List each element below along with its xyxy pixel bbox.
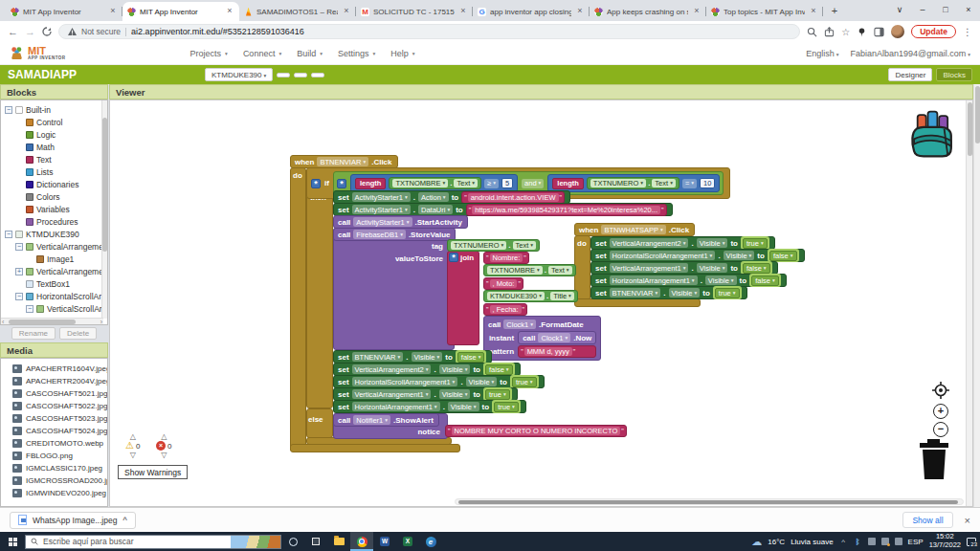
block-set-property[interactable]: set BTNENVIAR . Visible to true — [590, 286, 747, 299]
viewer-horizontal-scrollbar[interactable] — [455, 498, 964, 505]
component-dropdown[interactable]: HorizontalArrangement1 — [352, 402, 440, 411]
show-all-downloads-button[interactable]: Show all — [902, 512, 952, 528]
component-dropdown[interactable]: BTNENVIAR — [610, 288, 661, 298]
show-warnings-button[interactable]: Show Warnings — [118, 465, 188, 479]
component-dropdown[interactable]: HorizontalScrollArrangement1 — [610, 251, 716, 260]
length-block[interactable]: length — [355, 178, 387, 189]
logic-value-block[interactable]: false — [751, 276, 779, 286]
component-dropdown[interactable]: ActivityStarter1 — [352, 192, 411, 202]
excel-taskbar-icon[interactable]: X — [396, 532, 419, 551]
tree-item[interactable]: Text — [1, 153, 107, 165]
block-call-clock-now[interactable]: call Clock1 .Now — [518, 331, 596, 344]
property-dropdown[interactable]: Visible — [466, 377, 498, 386]
network-tray-icon[interactable] — [895, 538, 902, 545]
tree-item[interactable]: Logic — [1, 128, 107, 141]
tree-toggle-icon[interactable]: − — [5, 106, 12, 114]
block-getter-txtnombre-text[interactable]: TXTNOMBRE . Text — [389, 177, 481, 189]
component-dropdown[interactable]: HorizontalScrollArrangement1 — [352, 377, 458, 386]
trash-can-icon[interactable] — [914, 439, 954, 481]
logic-value-block[interactable]: false — [743, 263, 770, 274]
tree-item[interactable]: − Built-in — [1, 103, 107, 116]
component-dropdown[interactable]: ActivityStarter1 — [353, 217, 412, 227]
chrome-menu-icon[interactable]: ⋮ — [963, 27, 972, 37]
edge-taskbar-icon[interactable]: e — [419, 532, 442, 551]
property-dropdown[interactable]: Visible — [412, 352, 443, 362]
logic-value-block[interactable]: true — [494, 402, 519, 412]
component-dropdown[interactable]: TXTNOMBRE — [392, 179, 448, 187]
length-block[interactable]: length — [552, 178, 584, 189]
browser-tab[interactable]: M SOLICITUD TC - 1751573831 AL — [356, 2, 473, 21]
header-menu[interactable]: Connect — [243, 49, 281, 58]
block-call-startactivity[interactable]: call ActivityStarter1 .StartActivity — [333, 215, 468, 229]
browser-tab[interactable]: Top topics - MIT App Inventor C — [706, 2, 823, 21]
tab-close-icon[interactable] — [225, 7, 234, 16]
errors-counter[interactable]: △ ×0 ▽ — [156, 433, 171, 458]
block-set-property[interactable]: set HorizontalScrollArrangement1 . Visib… — [333, 375, 545, 388]
property-dropdown[interactable]: Action — [418, 192, 449, 202]
palette-vertical-scrollbar[interactable] — [101, 100, 107, 319]
account-menu[interactable]: FabianAlban1994@gmail.com — [851, 49, 970, 58]
block-text-string[interactable]: android.intent.action.VIEW — [461, 191, 565, 204]
action-center-icon[interactable]: 23 — [967, 538, 976, 546]
media-file[interactable]: CREDITOMOTO.webp — [1, 437, 107, 450]
browser-tab[interactable]: MIT App Inventor — [6, 2, 122, 21]
block-call-showalert[interactable]: call Notifier1 .ShowAlert — [333, 413, 439, 427]
profile-avatar[interactable] — [891, 25, 904, 38]
refresh-icon[interactable] — [42, 27, 52, 36]
media-file[interactable]: APACHERTR1604V.jpeg — [1, 363, 107, 375]
media-file[interactable]: FBLOGO.png — [1, 450, 107, 462]
logic-value-block[interactable]: false — [485, 364, 513, 375]
header-menu[interactable]: Help — [390, 49, 414, 58]
block-set-property[interactable]: set HorizontalArrangement1 . Visible to … — [590, 274, 787, 287]
block-join-header[interactable]: * join — [449, 253, 474, 262]
block-math-compare[interactable]: length TXTNUMERO . Text = 10 — [547, 174, 720, 192]
news-weather-thumbnail[interactable] — [231, 536, 280, 548]
task-view-icon[interactable] — [304, 532, 327, 551]
component-dropdown[interactable]: VerticalArrangement2 — [610, 238, 689, 248]
collapse-down-icon[interactable]: ▽ — [130, 452, 136, 458]
block-set-datauri[interactable]: set ActivityStarter1 . DataUri to https:… — [333, 203, 673, 216]
center-blocks-icon[interactable] — [932, 382, 949, 399]
tab-close-icon[interactable] — [342, 7, 351, 16]
tree-item[interactable]: Math — [1, 141, 107, 153]
collapse-up-icon[interactable]: △ — [161, 433, 167, 440]
rename-button[interactable]: Rename — [11, 327, 56, 340]
component-dropdown[interactable]: Clock1 — [503, 320, 536, 329]
logic-value-block[interactable]: true — [512, 377, 537, 387]
block-set-action[interactable]: set ActivityStarter1 . Action to android… — [333, 190, 570, 204]
delete-button[interactable]: Delete — [59, 327, 97, 340]
bookmark-star-icon[interactable]: ☆ — [841, 27, 850, 37]
teams-tray-icon[interactable] — [868, 538, 876, 545]
media-file[interactable]: CASCOSHAFT5024.jpg — [1, 425, 107, 437]
download-menu-chevron-icon[interactable]: ^ — [122, 516, 127, 524]
component-dropdown[interactable]: BTNENVIAR — [352, 352, 404, 362]
file-explorer-icon[interactable] — [327, 532, 350, 551]
tree-toggle-icon[interactable]: + — [15, 268, 23, 276]
backpack-icon[interactable] — [906, 108, 958, 160]
block-number[interactable]: 10 — [700, 178, 715, 188]
toolbar-button[interactable] — [311, 73, 324, 77]
block-set-property[interactable]: set VerticalArrangement1 . Visible to tr… — [333, 387, 518, 401]
block-set-property[interactable]: set BTNENVIAR . Visible to false — [333, 350, 492, 364]
word-taskbar-icon[interactable]: W — [373, 532, 396, 551]
component-dropdown[interactable]: ActivityStarter1 — [352, 205, 411, 214]
tree-item[interactable]: − VerticalArrangement1 — [1, 240, 107, 253]
tree-item[interactable]: Image1 — [1, 253, 107, 265]
browser-tab[interactable]: SAMADIMOTOS1 – Realtime Da — [239, 2, 356, 21]
property-dropdown[interactable]: Visible — [439, 364, 471, 374]
start-button[interactable] — [0, 532, 25, 551]
forward-icon[interactable]: → — [25, 27, 35, 37]
media-file[interactable]: CASCOSHAFT5022.jpg — [1, 400, 107, 412]
media-file[interactable]: IGMCROSSROAD200.jpeg — [1, 474, 107, 487]
property-dropdown[interactable]: Text — [652, 179, 676, 187]
language-indicator[interactable]: ESP — [908, 538, 924, 546]
component-dropdown[interactable]: HorizontalArrangement1 — [610, 276, 698, 285]
browser-tab[interactable]: MIT App Inventor — [122, 2, 239, 21]
media-file[interactable]: APACHERTR2004V.jpeg — [1, 375, 107, 387]
tree-item[interactable]: Procedures — [1, 215, 107, 228]
and-operator-dropdown[interactable]: and — [522, 179, 544, 188]
operator-dropdown[interactable]: ≥ — [484, 179, 499, 188]
browser-tab[interactable]: G app inventor app closing on sta — [473, 2, 590, 21]
block-when-btnenviar-click[interactable]: when BTNENVIAR .Click — [290, 155, 398, 168]
palette-horizontal-scrollbar[interactable]: ‹ › — [1, 318, 103, 324]
